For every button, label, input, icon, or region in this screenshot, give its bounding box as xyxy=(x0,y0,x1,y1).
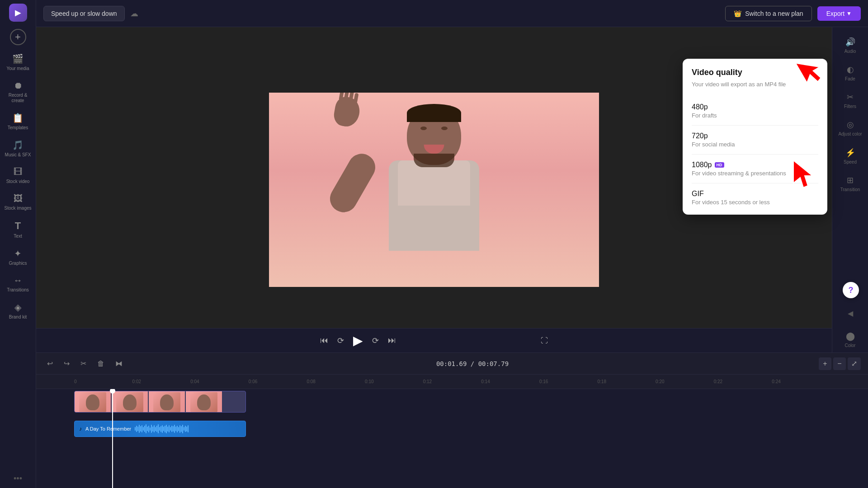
zoom-in-button[interactable]: + xyxy=(819,357,831,370)
sidebar-item-record-create[interactable]: ⏺ Record &create xyxy=(0,76,36,108)
sidebar-item-stock-images[interactable]: 🖼 Stock images xyxy=(0,189,36,216)
quality-option-720p[interactable]: 720p For social media xyxy=(692,126,818,155)
right-panel-transition[interactable]: ⊞ Transition xyxy=(832,171,868,197)
quality-desc-gif: For videos 15 seconds or less xyxy=(692,199,818,206)
speed-button[interactable]: Speed up or slow down xyxy=(43,6,125,21)
right-panel-label: Transition xyxy=(840,187,860,192)
export-dropdown-arrow: ▼ xyxy=(846,10,852,17)
ruler-mark: 0:10 xyxy=(365,379,423,384)
play-pause-button[interactable]: ▶ xyxy=(353,333,363,348)
right-panel-color[interactable]: ⬤ Color xyxy=(832,327,868,352)
sidebar-item-graphics[interactable]: ✦ Graphics xyxy=(0,244,36,271)
rewind-button[interactable]: ⟳ xyxy=(337,336,344,346)
forward-button[interactable]: ⟳ xyxy=(372,336,379,346)
right-panel-filters[interactable]: ✂ Filters xyxy=(832,88,868,113)
sidebar-item-your-media[interactable]: 🎬 Your media xyxy=(0,49,36,76)
clip-thumbnail-4 xyxy=(186,391,222,413)
video-track-row xyxy=(74,389,868,414)
timeline-ruler: 0 0:02 0:04 0:06 0:08 0:10 0:12 0:14 0:1… xyxy=(36,375,868,389)
export-button[interactable]: Export ▼ xyxy=(817,6,861,21)
timeline-tracks: ♪ A Day To Remember xyxy=(36,389,868,488)
skip-to-end-button[interactable]: ⏭ xyxy=(388,336,396,345)
ruler-mark: 0:04 xyxy=(190,379,249,384)
fullscreen-button[interactable]: ⛶ xyxy=(541,337,548,345)
audio-track-row: ♪ A Day To Remember xyxy=(74,416,868,441)
quality-name-480p: 480p xyxy=(692,103,818,111)
audio-waveform xyxy=(135,424,241,433)
zoom-out-button[interactable]: − xyxy=(833,357,846,370)
transitions-icon: ↔ xyxy=(14,275,23,286)
quality-name-gif: GIF xyxy=(692,190,818,198)
sidebar-item-label: Your media xyxy=(6,66,29,71)
sidebar-more-button[interactable]: ••• xyxy=(14,474,22,483)
sidebar-item-music-sfx[interactable]: 🎵 Music & SFX xyxy=(0,135,36,162)
person-body xyxy=(362,106,506,287)
right-panel-label: Fade xyxy=(845,76,855,81)
quality-dropdown: Video quality Your video will export as … xyxy=(683,59,827,215)
ruler-mark: 0:20 xyxy=(656,379,714,384)
sidebar-item-transitions[interactable]: ↔ Transitions xyxy=(0,271,36,297)
right-panel-collapse-button[interactable]: ◀ xyxy=(848,309,853,318)
app-logo: ▶ xyxy=(9,4,27,22)
split-button[interactable]: ⧓ xyxy=(112,357,126,370)
ruler-mark: 0:24 xyxy=(772,379,830,384)
right-panel-audio[interactable]: 🔊 Audio xyxy=(832,33,868,58)
your-media-icon: 🎬 xyxy=(12,53,24,64)
ruler-marks: 0 0:02 0:04 0:06 0:08 0:10 0:12 0:14 0:1… xyxy=(74,379,830,384)
sidebar-item-label: Music & SFX xyxy=(5,152,31,158)
video-clip[interactable] xyxy=(74,391,246,413)
right-panel-label: Adjust color xyxy=(838,131,862,137)
sidebar-item-stock-video[interactable]: 🎞 Stock video xyxy=(0,162,36,189)
sidebar-item-brand-kit[interactable]: ◈ Brand kit xyxy=(0,297,36,324)
fit-button[interactable]: ⤢ xyxy=(848,357,861,370)
fade-icon: ◐ xyxy=(847,65,854,75)
quality-desc-1080p: For video streaming & presentations xyxy=(692,170,818,177)
sidebar-item-text[interactable]: T Text xyxy=(0,216,36,244)
undo-button[interactable]: ↩ xyxy=(43,357,57,370)
quality-option-gif[interactable]: GIF For videos 15 seconds or less xyxy=(692,183,818,206)
record-create-icon: ⏺ xyxy=(14,80,23,91)
ruler-mark: 0:02 xyxy=(132,379,191,384)
right-panel: 🔊 Audio ◐ Fade ✂ Filters ◎ Adjust color … xyxy=(832,27,868,352)
delete-button[interactable]: 🗑 xyxy=(94,358,108,370)
hd-badge: HD xyxy=(715,162,724,168)
adjust-color-icon: ◎ xyxy=(847,120,854,130)
ruler-mark: 0:06 xyxy=(249,379,307,384)
filters-icon: ✂ xyxy=(847,92,854,102)
skip-to-start-button[interactable]: ⏮ xyxy=(320,336,328,345)
timeline-zoom-controls: + − ⤢ xyxy=(819,357,861,370)
right-panel-speed[interactable]: ⚡ Speed xyxy=(832,143,868,169)
switch-plan-button[interactable]: 👑 Switch to a new plan xyxy=(725,6,811,21)
sidebar-item-label: Brand kit xyxy=(9,314,27,320)
sidebar-item-label: Text xyxy=(14,234,22,239)
quality-desc-480p: For drafts xyxy=(692,112,818,119)
audio-icon: 🔊 xyxy=(845,37,855,47)
timeline-time: 00:01.69 / 00:07.79 xyxy=(130,360,815,367)
current-time: 00:01.69 xyxy=(436,360,467,367)
sidebar-item-templates[interactable]: 📋 Templates xyxy=(0,108,36,135)
color-icon: ⬤ xyxy=(846,331,855,341)
speed-icon: ⚡ xyxy=(845,148,855,158)
audio-clip[interactable]: ♪ A Day To Remember xyxy=(74,421,246,437)
clip-thumbnail-3 xyxy=(149,391,185,413)
quality-name-1080p: 1080p HD xyxy=(692,161,818,169)
clip-thumbnail-2 xyxy=(112,391,148,413)
sidebar-item-label: Graphics xyxy=(9,261,27,266)
redo-button[interactable]: ↪ xyxy=(60,357,73,370)
ruler-mark: 0:18 xyxy=(597,379,656,384)
graphics-icon: ✦ xyxy=(14,248,22,259)
cut-button[interactable]: ✂ xyxy=(77,357,90,370)
add-button[interactable]: + xyxy=(10,29,26,45)
playhead[interactable] xyxy=(112,389,113,488)
sidebar-item-label: Stock images xyxy=(4,206,31,211)
sidebar-item-label: Templates xyxy=(8,125,28,131)
video-frame xyxy=(269,93,599,287)
help-button[interactable]: ? xyxy=(843,282,859,298)
ruler-mark: 0:16 xyxy=(539,379,598,384)
quality-option-480p[interactable]: 480p For drafts xyxy=(692,97,818,126)
sidebar: ▶ + 🎬 Your media ⏺ Record &create 📋 Temp… xyxy=(0,0,36,488)
clip-thumbnail-1 xyxy=(75,391,111,413)
right-panel-adjust-color[interactable]: ◎ Adjust color xyxy=(832,115,868,141)
right-panel-fade[interactable]: ◐ Fade xyxy=(832,60,868,86)
quality-option-1080p[interactable]: 1080p HD For video streaming & presentat… xyxy=(692,155,818,183)
